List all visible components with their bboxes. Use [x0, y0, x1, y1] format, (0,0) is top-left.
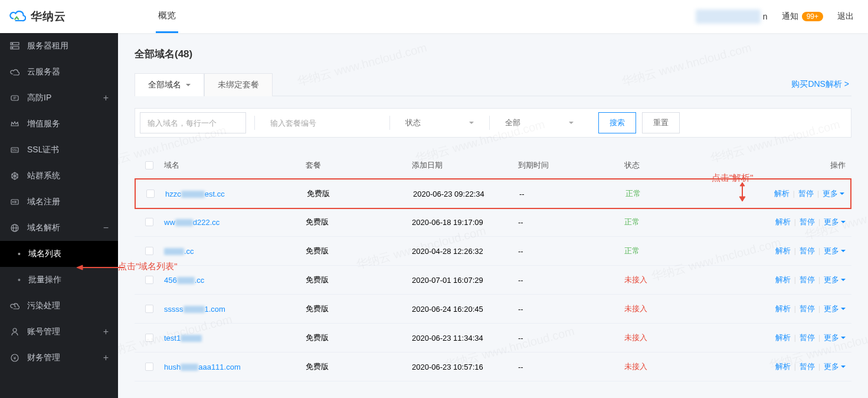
brand-name: 华纳云 — [31, 9, 66, 24]
row-checkbox[interactable] — [145, 305, 153, 313]
more-action[interactable]: 更多 — [824, 246, 846, 256]
resolve-action[interactable]: 解析 — [775, 246, 791, 256]
logo[interactable]: 华纳云 — [0, 8, 118, 25]
resolve-action[interactable]: 解析 — [775, 361, 791, 372]
pause-action[interactable]: 暂停 — [800, 217, 815, 227]
domain-link[interactable]: test1 — [164, 334, 202, 342]
shield-ip-icon: IP — [9, 93, 20, 103]
more-action[interactable]: 更多 — [824, 304, 846, 314]
more-action[interactable]: 更多 — [824, 217, 846, 227]
user-icon — [9, 327, 20, 337]
crown-icon — [9, 119, 20, 129]
chevron-down-icon — [841, 221, 846, 226]
notification-badge: 99+ — [802, 12, 823, 21]
chevron-down-icon — [186, 84, 191, 89]
row-checkbox[interactable] — [145, 276, 153, 284]
col-date: 添加日期 — [412, 160, 518, 171]
col-expire: 到期时间 — [518, 160, 624, 171]
ssl-icon: SSL — [9, 145, 20, 155]
pause-action[interactable]: 暂停 — [800, 332, 815, 343]
search-button[interactable]: 搜索 — [598, 112, 636, 133]
domain-input[interactable] — [140, 112, 246, 133]
sidebar-item-ddos-ip[interactable]: IP 高防IP + — [0, 85, 118, 111]
domain-link[interactable]: 456.cc — [164, 276, 204, 285]
row-checkbox[interactable] — [145, 218, 153, 226]
sidebar-item-domain-resolve[interactable]: 域名解析 − — [0, 215, 118, 241]
sidebar-item-server-rental[interactable]: 服务器租用 — [0, 33, 118, 59]
sidebar-item-finance[interactable]: ¥ 财务管理 + — [0, 345, 118, 371]
user-suffix[interactable]: n — [763, 12, 768, 21]
resolve-action[interactable]: 解析 — [775, 332, 791, 343]
domain-link[interactable]: wwd222.cc — [164, 218, 220, 227]
pause-action[interactable]: 暂停 — [800, 246, 815, 256]
domain-link[interactable]: hzzcest.cc — [165, 190, 225, 198]
domain-reg-icon — [9, 197, 20, 207]
pause-action[interactable]: 暂停 — [798, 188, 814, 199]
nav-overview[interactable]: 概览 — [156, 0, 178, 33]
tab-unbound[interactable]: 未绑定套餐 — [204, 73, 273, 96]
notification-button[interactable]: 通知 99+ — [782, 11, 823, 22]
status-badge: 正常 — [625, 189, 641, 198]
logout-link[interactable]: 退出 — [837, 11, 854, 22]
expire-cell: -- — [518, 276, 624, 285]
more-action[interactable]: 更多 — [824, 275, 846, 285]
status-select[interactable]: 状态 — [398, 112, 481, 133]
wallet-icon: ¥ — [9, 353, 20, 363]
sidebar-item-value-added[interactable]: 增值服务 — [0, 111, 118, 137]
domain-link[interactable]: .cc — [164, 247, 194, 256]
buy-dns-link[interactable]: 购买DNS解析 > — [789, 79, 851, 90]
pause-action[interactable]: 暂停 — [800, 304, 815, 314]
pause-action[interactable]: 暂停 — [800, 361, 815, 372]
resolve-action[interactable]: 解析 — [774, 188, 790, 199]
table-row: hzzcest.cc 免费版 2020-06-23 09:22:34 -- 正常… — [135, 178, 851, 209]
svg-point-2 — [12, 43, 13, 44]
status-badge: 正常 — [624, 246, 640, 255]
status-badge: 未接入 — [624, 362, 647, 371]
sidebar-item-site-cluster[interactable]: 站群系统 — [0, 163, 118, 189]
chevron-down-icon — [841, 366, 846, 370]
expire-cell: -- — [518, 247, 624, 256]
row-checkbox[interactable] — [145, 247, 153, 255]
sidebar-item-account[interactable]: 账号管理 + — [0, 319, 118, 345]
pause-action[interactable]: 暂停 — [800, 275, 815, 285]
more-action[interactable]: 更多 — [824, 361, 846, 372]
more-action[interactable]: 更多 — [823, 188, 844, 199]
sidebar: 服务器租用 云服务器 IP 高防IP + 增值服务 SSL SSL证书 站群系统… — [0, 33, 118, 398]
row-checkbox[interactable] — [145, 363, 153, 371]
sidebar-sub-domain-list[interactable]: 域名列表 — [0, 241, 118, 267]
resolve-action[interactable]: 解析 — [775, 304, 791, 314]
col-status: 状态 — [624, 160, 719, 171]
scope-select[interactable]: 全部 — [498, 112, 581, 133]
tabs: 全部域名 未绑定套餐 购买DNS解析 > — [135, 73, 851, 96]
resolve-action[interactable]: 解析 — [775, 275, 791, 285]
svg-text:¥: ¥ — [13, 355, 17, 361]
tab-all-domains[interactable]: 全部域名 — [135, 73, 204, 96]
globe-icon — [9, 223, 20, 233]
resolve-action[interactable]: 解析 — [775, 217, 791, 227]
date-cell: 2020-06-23 11:34:34 — [412, 334, 518, 342]
domain-link[interactable]: hushaaa111.com — [164, 363, 241, 371]
svg-point-9 — [12, 201, 13, 202]
select-all-checkbox[interactable] — [145, 161, 153, 169]
sidebar-item-domain-register[interactable]: 域名注册 — [0, 189, 118, 215]
row-checkbox[interactable] — [146, 190, 155, 198]
chevron-down-icon — [841, 279, 846, 283]
user-name-blurred — [696, 9, 761, 24]
svg-point-3 — [12, 47, 13, 48]
sidebar-item-pollution[interactable]: 污染处理 — [0, 293, 118, 319]
expire-cell: -- — [518, 334, 624, 342]
sidebar-sub-batch[interactable]: 批量操作 — [0, 267, 118, 293]
row-checkbox[interactable] — [145, 334, 153, 342]
more-action[interactable]: 更多 — [824, 332, 846, 343]
sidebar-item-ssl[interactable]: SSL SSL证书 — [0, 137, 118, 163]
expand-icon: + — [103, 93, 109, 103]
server-icon — [9, 41, 20, 51]
plan-input[interactable] — [263, 112, 381, 133]
main-content: 华纳云 www.hncloud.com 华纳云 www.hncloud.com … — [118, 33, 868, 398]
notification-label: 通知 — [782, 11, 798, 22]
sidebar-item-cloud-server[interactable]: 云服务器 — [0, 59, 118, 85]
plan-cell: 免费版 — [306, 304, 412, 314]
chevron-down-icon — [841, 250, 846, 255]
reset-button[interactable]: 重置 — [642, 112, 680, 133]
domain-link[interactable]: sssss1.com — [164, 305, 225, 314]
